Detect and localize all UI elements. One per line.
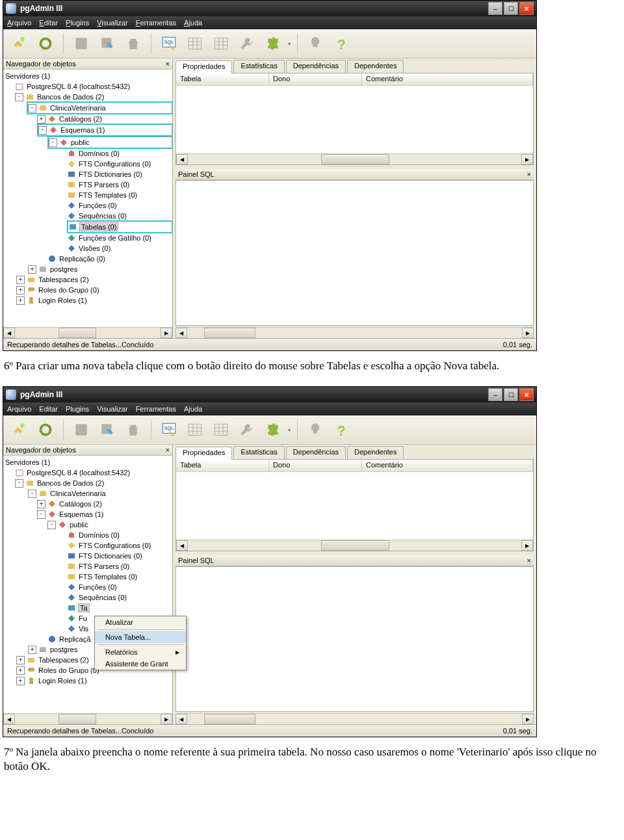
expand-icon[interactable]: - [28, 490, 36, 498]
tree-domains[interactable]: Domínios (0) [78, 531, 120, 539]
connect-icon[interactable] [8, 33, 31, 55]
col-dono[interactable]: Dono [269, 73, 362, 85]
refresh-icon[interactable] [34, 33, 57, 55]
tree-fts-parsers[interactable]: FTS Parsers (0) [78, 181, 130, 189]
grid-hscrollbar[interactable]: ◀ ▶ [176, 153, 533, 164]
ctx-new-table[interactable]: Nova Tabela... [95, 631, 186, 643]
sql-icon[interactable]: SQL [158, 33, 180, 55]
tree-databases[interactable]: Bancos de Dados (2) [36, 93, 105, 101]
tree-tables[interactable]: Tabelas (0) [79, 222, 118, 231]
menu-arquivo[interactable]: Arquivo [7, 405, 31, 413]
tree-catalogs[interactable]: Catálogos (2) [58, 500, 103, 508]
col-comentario[interactable]: Comentário [362, 460, 533, 471]
tree-trigger-functions[interactable]: Fu [78, 614, 88, 622]
tree-views[interactable]: Vis [78, 625, 89, 633]
object-tree[interactable]: Servidores (1) PostgreSQL 8.4 (localhost… [3, 70, 172, 327]
grid2-icon[interactable] [210, 419, 232, 441]
expand-icon[interactable]: + [16, 656, 25, 664]
tab-dependentes[interactable]: Dependentes [347, 446, 404, 459]
tree-schemas[interactable]: Esquemas (1) [60, 126, 105, 134]
menu-arquivo[interactable]: Arquivo [7, 19, 31, 27]
sql-hscrollbar[interactable]: ◀ ▶ [176, 713, 534, 724]
scroll-right-icon[interactable]: ▶ [521, 540, 533, 551]
expand-icon[interactable]: - [38, 126, 47, 135]
tree-login-roles[interactable]: Login Roles (1) [38, 677, 88, 685]
grid-hscrollbar[interactable]: ◀ ▶ [176, 540, 533, 551]
scroll-right-icon[interactable]: ▶ [521, 154, 533, 164]
expand-icon[interactable]: - [28, 104, 36, 112]
wrench-icon[interactable] [236, 419, 258, 441]
menu-visualizar[interactable]: Visualizar [97, 19, 128, 27]
tree-schemas[interactable]: Esquemas (1) [58, 510, 104, 518]
tree-sequences[interactable]: Sequências (0) [78, 594, 127, 601]
ctx-grant-wizard[interactable]: Assistente de Grant [95, 658, 186, 670]
menu-ajuda[interactable]: Ajuda [184, 405, 202, 413]
close-panel-icon[interactable]: × [166, 446, 170, 454]
scroll-left-icon[interactable]: ◀ [3, 714, 15, 724]
tree-databases[interactable]: Bancos de Dados (2) [36, 479, 105, 487]
tree-functions[interactable]: Funções (0) [78, 202, 118, 209]
tree-fts-config[interactable]: FTS Configurations (0) [78, 542, 151, 549]
scroll-left-icon[interactable]: ◀ [176, 714, 187, 724]
tab-dependencias[interactable]: Dependências [286, 60, 346, 73]
tree-db-postgres[interactable]: postgres [49, 646, 78, 653]
expand-icon[interactable]: + [37, 115, 46, 124]
tree-tablespaces[interactable]: Tablespaces (2) [38, 656, 90, 664]
tree-domains[interactable]: Domínios (0) [78, 150, 120, 157]
tree-tables[interactable]: Ta [78, 603, 90, 612]
tab-estatisticas[interactable]: Estatísticas [233, 60, 284, 73]
scroll-left-icon[interactable]: ◀ [176, 540, 188, 551]
tree-replication[interactable]: Replicação (0) [58, 255, 106, 263]
tree-trigger-functions[interactable]: Funções de Gatilho (0) [78, 234, 152, 242]
dropdown-icon[interactable]: ▾ [288, 427, 291, 433]
dropdown-icon[interactable]: ▾ [288, 41, 291, 47]
tab-dependentes[interactable]: Dependentes [347, 60, 404, 73]
tree-server[interactable]: PostgreSQL 8.4 (localhost:5432) [26, 83, 131, 90]
expand-icon[interactable]: - [37, 510, 46, 519]
minimize-button[interactable]: – [488, 2, 502, 15]
grid1-icon[interactable] [184, 419, 206, 441]
menu-ferramentas[interactable]: Ferramentas [136, 405, 176, 413]
tree-hscrollbar[interactable]: ◀ ▶ [3, 713, 172, 724]
menu-ajuda[interactable]: Ajuda [184, 19, 202, 27]
expand-icon[interactable]: + [28, 646, 36, 654]
scroll-right-icon[interactable]: ▶ [522, 328, 534, 338]
menu-editar[interactable]: Editar [39, 405, 58, 413]
tab-estatisticas[interactable]: Estatísticas [233, 446, 284, 459]
tree-fts-dict[interactable]: FTS Dictionaries (0) [78, 170, 143, 178]
sql-icon[interactable]: SQL [158, 419, 180, 441]
sql-hscrollbar[interactable]: ◀ ▶ [176, 327, 534, 338]
ctx-reports[interactable]: Relatórios▶ [95, 646, 186, 658]
maximize-button[interactable]: ☐ [504, 2, 518, 15]
scroll-left-icon[interactable]: ◀ [176, 328, 187, 338]
tree-replication[interactable]: Replicaçã [58, 635, 91, 643]
tree-fts-templates[interactable]: FTS Templates (0) [78, 573, 138, 581]
scroll-right-icon[interactable]: ▶ [161, 328, 172, 338]
scroll-left-icon[interactable]: ◀ [3, 328, 15, 338]
tree-group-roles[interactable]: Roles do Grupo (0) [38, 286, 100, 294]
tree-db-postgres[interactable]: postgres [49, 265, 78, 273]
help-icon[interactable]: ? [330, 33, 352, 55]
menu-plugins[interactable]: Plugins [66, 405, 89, 413]
minimize-button[interactable]: – [488, 388, 502, 401]
expand-icon[interactable]: - [49, 138, 57, 147]
tab-propriedades[interactable]: Propriedades [176, 447, 232, 460]
properties-icon[interactable] [70, 419, 92, 441]
delete-icon[interactable] [122, 33, 144, 55]
scroll-right-icon[interactable]: ▶ [161, 714, 172, 724]
col-tabela[interactable]: Tabela [176, 73, 269, 85]
expand-icon[interactable]: + [28, 265, 36, 274]
tree-servers[interactable]: Servidores (1) [5, 458, 51, 466]
expand-icon[interactable]: - [15, 93, 23, 101]
hint-icon[interactable] [304, 419, 326, 441]
tree-sequences[interactable]: Sequências (0) [78, 212, 127, 220]
grid1-icon[interactable] [184, 33, 206, 55]
expand-icon[interactable]: + [37, 500, 46, 508]
close-button[interactable]: ✕ [519, 2, 534, 15]
tree-tablespaces[interactable]: Tablespaces (2) [38, 276, 90, 283]
menu-visualizar[interactable]: Visualizar [97, 405, 128, 413]
scroll-right-icon[interactable]: ▶ [522, 714, 534, 724]
connect-icon[interactable] [8, 419, 31, 441]
puzzle-icon[interactable] [262, 419, 284, 441]
tree-db-clinica[interactable]: ClinicaVeterinaria [49, 490, 107, 497]
